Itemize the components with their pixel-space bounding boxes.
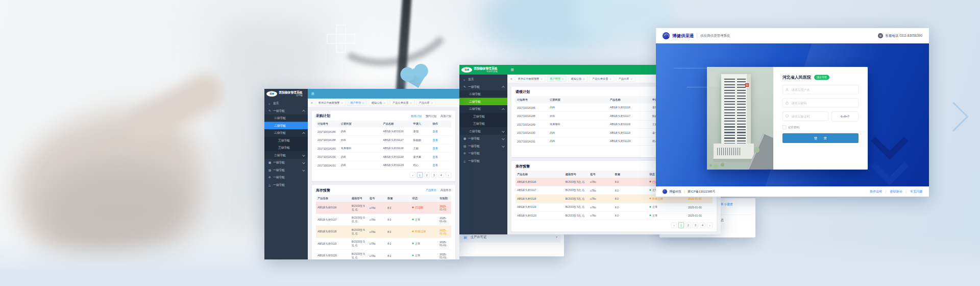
page-button[interactable]: 1	[417, 172, 423, 178]
footer-link[interactable]: 密钥驱动	[890, 189, 910, 194]
view-link[interactable]: 查看	[432, 147, 438, 150]
sidebar-item[interactable]: ▤ 一级导航	[264, 166, 308, 174]
sidebar-item[interactable]: ▦ 一级导航	[459, 135, 507, 142]
sidebar-item-label: 首页	[468, 78, 474, 82]
status-badge: 已过期	[415, 206, 423, 209]
column-header: 状态	[411, 195, 438, 202]
sidebar-item[interactable]: 三级导航	[459, 113, 507, 121]
status-dot	[412, 255, 414, 256]
tab[interactable]: 产品出库	[616, 76, 635, 82]
password-input[interactable]	[782, 99, 859, 108]
app-logo: 博健 医院物资管理系统 管理端	[264, 89, 308, 99]
plan-link[interactable]: 高值计划	[440, 114, 451, 118]
sidebar-item[interactable]: ⊘ 一级导航	[264, 174, 308, 181]
sidebar-item-label: 一级导航	[273, 109, 285, 113]
page-button[interactable]: 1	[678, 223, 684, 228]
hamburger-menu-icon[interactable]: ≡	[311, 91, 314, 97]
status-badge: 即将过期	[652, 197, 663, 200]
view-link[interactable]: 查看	[432, 130, 438, 133]
sidebar-item[interactable]: 二级导航	[264, 122, 308, 130]
view-link[interactable]: 查看	[432, 138, 438, 141]
table-row: ABS床头柜0116 BC533型 5孔 右 o78o 8.0 已过期 2023…	[316, 202, 451, 213]
sidebar-item[interactable]: 三级导航	[459, 120, 507, 128]
tab[interactable]: 通知公告	[568, 76, 587, 82]
column-header: 数量	[386, 195, 410, 202]
status-dot	[649, 181, 651, 182]
sidebar-item[interactable]: 二级导航	[459, 105, 507, 113]
page-button[interactable]: 2	[424, 172, 430, 178]
top-header: ≡	[308, 89, 459, 99]
hamburger-menu-icon[interactable]: ≡	[511, 67, 514, 73]
sidebar-item[interactable]: 二级导航	[264, 114, 308, 122]
sidebar-item[interactable]: △ 一级导航	[459, 157, 507, 165]
sidebar-item[interactable]: 三级导航	[264, 137, 308, 145]
download-icon[interactable]	[556, 235, 557, 239]
sidebar-item-label: 二级导航	[274, 116, 286, 121]
page-button[interactable]: 3	[431, 172, 437, 178]
collapse-tabs-icon[interactable]: «	[509, 77, 513, 81]
sidebar-item[interactable]: 二级导航	[459, 90, 507, 98]
plan-link[interactable]: 领用计划	[411, 114, 422, 118]
column-header: 产品名称	[382, 121, 412, 128]
company-name: 博健科技	[669, 189, 681, 194]
chevron-icon	[302, 169, 305, 172]
sidebar-item[interactable]: 二级导航	[459, 128, 507, 135]
sidebar-item[interactable]: ✎ 一级导航	[459, 83, 507, 91]
tab[interactable]: 通知公告	[369, 100, 387, 106]
tab[interactable]: 用户管理	[348, 100, 366, 106]
captcha-input[interactable]	[782, 112, 828, 121]
table-row: ABS床头柜0119 BC533型 5孔 右 o78o 8.0 正常 2025-…	[516, 203, 713, 211]
tab-bar: « 资质证件效期预警 用户管理 通知公告 产品分类设置 产品出库	[308, 99, 459, 107]
plan-table: 计划单号订货科室产品名称申请人操作 20171001A186 内科 ABS床头柜…	[316, 121, 451, 170]
footer-link[interactable]: 常见问题	[910, 189, 922, 194]
page-button[interactable]: 2	[685, 223, 691, 228]
login-button[interactable]: 登 录	[782, 133, 859, 143]
sidebar-item[interactable]: ▦ 一级导航	[264, 159, 308, 166]
sidebar-item[interactable]: ⌂ 首页	[459, 76, 507, 83]
page-button[interactable]: 4	[700, 223, 705, 228]
tab[interactable]: 资质证件效期预警	[316, 100, 346, 106]
inventory-card: 库存预警 产品库存高值库存 产品名称规格型号批号数量状态有效期 ABS床头柜01…	[312, 185, 455, 259]
inventory-link[interactable]: 产品库存	[426, 188, 436, 192]
footer-link[interactable]: 操作说明	[870, 189, 890, 194]
sidebar-item[interactable]: ▤ 一级导航	[459, 142, 507, 150]
tab[interactable]: 用户管理	[547, 76, 566, 82]
tab[interactable]: 产品分类设置	[590, 76, 614, 82]
sidebar-item[interactable]: ⌂ 首页	[264, 100, 308, 107]
column-header: 计划单号	[316, 121, 339, 128]
sidebar-item-icon: △	[268, 183, 273, 187]
page-button[interactable]: ‹	[410, 172, 415, 178]
brand-logo-icon	[663, 32, 670, 39]
page-button[interactable]: 3	[693, 223, 698, 228]
sidebar-item[interactable]: △ 一级导航	[264, 181, 308, 189]
sidebar-item-label: 三级导航	[473, 114, 485, 118]
inventory-link[interactable]: 高值库存	[440, 188, 451, 192]
sidebar-item[interactable]: 二级导航	[264, 152, 308, 159]
plan-link[interactable]: 预约计划	[426, 114, 436, 118]
red-cross-icon	[745, 83, 749, 87]
sidebar-item[interactable]: 三级导航	[264, 144, 308, 152]
sidebar-item-label: 一级导航	[468, 85, 480, 89]
tab[interactable]: 产品出库	[416, 100, 435, 106]
sidebar-item[interactable]: ✎ 一级导航	[264, 107, 308, 115]
page-button[interactable]: 4	[438, 172, 444, 178]
sidebar-item-label: 一级导航	[273, 161, 285, 165]
tab[interactable]: 资质证件效期预警	[516, 76, 545, 82]
sidebar-item[interactable]: 二级导航	[459, 98, 507, 106]
page-button[interactable]: ›	[707, 223, 713, 228]
page-button[interactable]: ›	[446, 172, 451, 178]
login-form: 河北省人民医院 演示专用	[773, 67, 868, 170]
sidebar-item[interactable]: 二级导航	[264, 129, 308, 137]
sidebar-item[interactable]: ⊘ 一级导航	[459, 150, 507, 157]
status-dot	[412, 243, 414, 244]
collapse-tabs-icon[interactable]: «	[310, 101, 314, 105]
view-link[interactable]: 查看	[432, 155, 438, 158]
remember-checkbox[interactable]	[782, 126, 787, 130]
page-button[interactable]: ‹	[671, 223, 677, 228]
hero-banner: 博健 医院物资管理系统 管理端 ⌂ 首页	[0, 0, 980, 286]
tab[interactable]: 产品分类设置	[390, 100, 414, 106]
sidebar-item-icon: ▦	[463, 137, 468, 140]
view-link[interactable]: 查看	[432, 163, 438, 166]
captcha-code[interactable]: 6+8=?	[831, 112, 859, 122]
username-input[interactable]	[782, 85, 859, 94]
